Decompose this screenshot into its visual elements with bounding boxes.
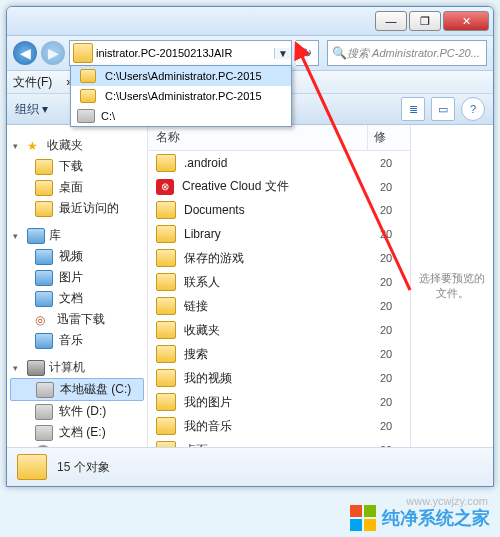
nav-label: 最近访问的 [59, 200, 119, 217]
search-placeholder: 搜索 Administrator.PC-20... [347, 46, 480, 61]
dropdown-item[interactable]: C:\Users\Administrator.PC-2015 [71, 86, 291, 106]
file-date: 20 [380, 157, 402, 169]
address-bar[interactable]: inistrator.PC-20150213JAIR ▼ C:\Users\Ad… [69, 40, 292, 66]
file-row[interactable]: 我的视频20 [148, 366, 410, 390]
content-area: 名称 修 .android20⊗Creative Cloud 文件20Docum… [148, 125, 493, 447]
column-headers: 名称 修 [148, 125, 410, 151]
xunlei-icon: ◎ [35, 313, 51, 327]
status-bar: 15 个对象 [7, 447, 493, 486]
file-row[interactable]: 联系人20 [148, 270, 410, 294]
file-row[interactable]: 桌面20 [148, 438, 410, 447]
column-modified[interactable]: 修 [368, 125, 410, 150]
folder-icon [156, 417, 176, 435]
music-icon [35, 333, 53, 349]
nav-pane[interactable]: ▾ ★ 收藏夹 下载 桌面 最近访问的 ▾ 库 视频 图片 文档 ◎迅雷下载 音… [7, 125, 148, 447]
file-date: 20 [380, 252, 402, 264]
dropdown-item-label: C:\ [101, 110, 115, 122]
dropdown-item-label: C:\Users\Administrator.PC-2015 [105, 70, 262, 82]
folder-icon [156, 321, 176, 339]
address-dropdown-arrow[interactable]: ▼ [274, 48, 291, 59]
nav-label: 软件 (D:) [59, 403, 106, 420]
preview-pane: 选择要预览的文件。 [410, 125, 493, 447]
column-name[interactable]: 名称 [148, 125, 368, 150]
close-button[interactable]: ✕ [443, 11, 489, 31]
nav-item-music[interactable]: 音乐 [7, 330, 147, 351]
file-date: 20 [380, 300, 402, 312]
file-row[interactable]: 保存的游戏20 [148, 246, 410, 270]
organize-button[interactable]: 组织 ▾ [15, 101, 48, 118]
file-name: .android [184, 156, 372, 170]
folder-icon [73, 43, 93, 63]
menu-file[interactable]: 文件(F) [13, 74, 52, 91]
drive-icon [35, 404, 53, 420]
nav-item-drive-d[interactable]: 软件 (D:) [7, 401, 147, 422]
file-row[interactable]: 收藏夹20 [148, 318, 410, 342]
titlebar: — ❐ ✕ [7, 7, 493, 36]
libraries-label: 库 [49, 227, 61, 244]
nav-label: 文档 [59, 290, 83, 307]
file-name: 我的视频 [184, 370, 372, 387]
search-box[interactable]: 🔍 搜索 Administrator.PC-20... [327, 40, 487, 66]
file-date: 20 [380, 204, 402, 216]
back-button[interactable]: ◀ [13, 41, 37, 65]
minimize-button[interactable]: — [375, 11, 407, 31]
nav-item-pictures[interactable]: 图片 [7, 267, 147, 288]
folder-icon [80, 89, 96, 103]
nav-label: 迅雷下载 [57, 311, 105, 328]
file-row[interactable]: ⊗Creative Cloud 文件20 [148, 175, 410, 198]
nav-item-videos[interactable]: 视频 [7, 246, 147, 267]
file-name: Library [184, 227, 372, 241]
help-button[interactable]: ? [461, 97, 485, 121]
file-row[interactable]: Documents20 [148, 198, 410, 222]
favorites-header[interactable]: ▾ ★ 收藏夹 [7, 135, 147, 156]
file-row[interactable]: .android20 [148, 151, 410, 175]
file-row[interactable]: 我的图片20 [148, 390, 410, 414]
nav-item-documents[interactable]: 文档 [7, 288, 147, 309]
library-icon [27, 228, 45, 244]
folder-icon [17, 454, 47, 480]
file-row[interactable]: 我的音乐20 [148, 414, 410, 438]
dropdown-item[interactable]: C:\Users\Administrator.PC-2015 [71, 66, 291, 86]
forward-button[interactable]: ▶ [41, 41, 65, 65]
folder-icon [156, 225, 176, 243]
folder-icon [156, 201, 176, 219]
dropdown-item[interactable]: C:\ [71, 106, 291, 126]
nav-label: 图片 [59, 269, 83, 286]
folder-icon [80, 69, 96, 83]
computer-header[interactable]: ▾ 计算机 [7, 357, 147, 378]
drive-icon [35, 425, 53, 441]
file-name: 我的音乐 [184, 418, 372, 435]
nav-item-recent[interactable]: 最近访问的 [7, 198, 147, 219]
refresh-button[interactable]: ↻ [296, 40, 319, 66]
nav-item-drive-e[interactable]: 文档 (E:) [7, 422, 147, 443]
creative-cloud-icon: ⊗ [156, 179, 174, 195]
expand-icon: ▾ [13, 141, 23, 151]
drive-icon [36, 382, 54, 398]
file-row[interactable]: Library20 [148, 222, 410, 246]
nav-item-desktop[interactable]: 桌面 [7, 177, 147, 198]
nav-label: 下载 [59, 158, 83, 175]
folder-icon [156, 273, 176, 291]
nav-item-downloads[interactable]: 下载 [7, 156, 147, 177]
nav-label: 本地磁盘 (C:) [60, 381, 131, 398]
view-options-button[interactable]: ≣ [401, 97, 425, 121]
nav-item-drive-c[interactable]: 本地磁盘 (C:) [10, 378, 144, 401]
file-row[interactable]: 搜索20 [148, 342, 410, 366]
file-row[interactable]: 链接20 [148, 294, 410, 318]
computer-icon [27, 360, 45, 376]
maximize-button[interactable]: ❐ [409, 11, 441, 31]
dropdown-item-label: C:\Users\Administrator.PC-2015 [105, 90, 262, 102]
preview-pane-button[interactable]: ▭ [431, 97, 455, 121]
file-list[interactable]: 名称 修 .android20⊗Creative Cloud 文件20Docum… [148, 125, 410, 447]
nav-bar: ◀ ▶ inistrator.PC-20150213JAIR ▼ C:\User… [7, 36, 493, 71]
file-name: 保存的游戏 [184, 250, 372, 267]
nav-item-xunlei[interactable]: ◎迅雷下载 [7, 309, 147, 330]
expand-icon: ▾ [13, 363, 23, 373]
nav-label: 视频 [59, 248, 83, 265]
libraries-header[interactable]: ▾ 库 [7, 225, 147, 246]
file-name: Creative Cloud 文件 [182, 178, 372, 195]
nav-label: 文档 (E:) [59, 424, 106, 441]
picture-icon [35, 270, 53, 286]
drive-icon [77, 109, 95, 123]
file-name: 联系人 [184, 274, 372, 291]
